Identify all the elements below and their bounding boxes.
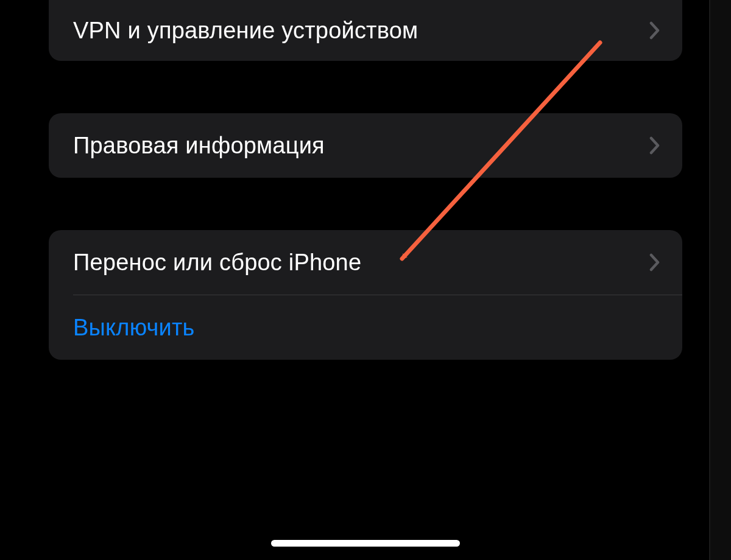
settings-group-general-tail: VPN и управление устройством — [49, 0, 682, 61]
row-label: VPN и управление устройством — [73, 18, 418, 44]
right-edge-strip — [709, 0, 731, 560]
row-label: Перенос или сброс iPhone — [73, 250, 361, 276]
home-indicator[interactable] — [271, 540, 460, 547]
settings-list: VPN и управление устройством Правовая ин… — [49, 0, 682, 360]
settings-group-reset: Перенос или сброс iPhone Выключить — [49, 230, 682, 360]
settings-group-legal: Правовая информация — [49, 113, 682, 178]
row-legal-info[interactable]: Правовая информация — [49, 113, 682, 178]
row-label: Выключить — [73, 315, 195, 341]
settings-screen: VPN и управление устройством Правовая ин… — [0, 0, 731, 560]
row-shutdown[interactable]: Выключить — [49, 295, 682, 360]
chevron-right-icon — [649, 253, 660, 272]
chevron-right-icon — [649, 21, 660, 40]
chevron-right-icon — [649, 136, 660, 155]
row-transfer-or-reset-iphone[interactable]: Перенос или сброс iPhone — [49, 230, 682, 295]
row-label: Правовая информация — [73, 133, 325, 159]
row-vpn-device-management[interactable]: VPN и управление устройством — [49, 0, 682, 61]
